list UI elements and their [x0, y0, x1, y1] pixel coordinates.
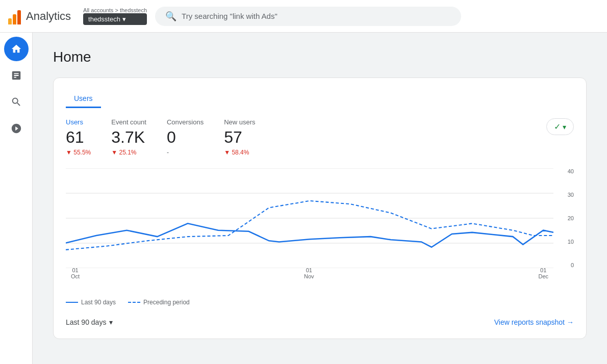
overview-card: Users Users 61 ▼ 55.5% Event count 3.7K …	[53, 77, 587, 339]
view-reports-link[interactable]: View reports snapshot →	[494, 318, 574, 326]
legend-dashed-line	[128, 302, 140, 303]
check-button[interactable]: ✓ ▾	[546, 118, 574, 135]
account-selector-label: thedsstech	[88, 15, 120, 23]
logo-bar-2	[13, 14, 16, 24]
legend-dashed-label: Preceding period	[143, 299, 190, 306]
sidebar	[0, 33, 33, 364]
metric-conversions-change: -	[167, 149, 204, 156]
analytics-logo	[8, 8, 21, 24]
app-title: Analytics	[26, 10, 71, 23]
reports-icon	[10, 69, 22, 82]
logo-bar-3	[17, 10, 21, 24]
legend-solid-label: Last 90 days	[81, 299, 116, 306]
y-label-0: 0	[571, 262, 574, 268]
account-selector[interactable]: thedsstech ▾	[83, 13, 147, 25]
chevron-down-icon: ▾	[122, 15, 126, 23]
chart-container: 40 30 20 10 0	[66, 168, 574, 280]
metric-new-users: New users 57 ▼ 58.4%	[224, 118, 255, 156]
legend-solid: Last 90 days	[66, 299, 116, 306]
x-label-dec: 01 Dec	[538, 267, 548, 279]
home-icon	[10, 43, 22, 55]
metric-event-label: Event count	[111, 118, 146, 126]
x-label-nov: 01 Nov	[304, 267, 314, 279]
x-month-dec: Dec	[538, 273, 548, 279]
metric-conversions-value: 0	[167, 128, 204, 147]
metric-users: Users 61 ▼ 55.5%	[66, 118, 91, 156]
chart-svg	[66, 168, 553, 268]
x-month-nov: Nov	[304, 273, 314, 279]
date-range-label: Last 90 days	[66, 318, 106, 326]
sidebar-item-home[interactable]	[4, 37, 29, 61]
card-tabs: Users	[66, 90, 574, 108]
main-content: Home Users Users 61 ▼ 55.5% Event count …	[33, 33, 607, 364]
metric-new-users-value: 57	[224, 128, 255, 147]
metric-users-value: 61	[66, 128, 91, 147]
breadcrumb: All accounts > thedsstech	[83, 7, 147, 13]
check-dropdown-icon: ▾	[563, 123, 566, 131]
sidebar-item-reports[interactable]	[4, 63, 29, 88]
explore-icon	[10, 96, 22, 108]
chart-legend: Last 90 days Preceding period	[66, 299, 574, 306]
app-header: Analytics All accounts > thedsstech thed…	[0, 0, 607, 33]
metrics-row: Users 61 ▼ 55.5% Event count 3.7K ▼ 25.1…	[66, 118, 574, 156]
y-label-30: 30	[568, 192, 574, 198]
chart-x-labels: 01 Oct 01 Nov 01 Dec	[66, 267, 553, 279]
metric-users-change: ▼ 55.5%	[66, 149, 91, 156]
search-icon: 🔍	[165, 11, 176, 22]
logo-area: Analytics	[8, 8, 71, 24]
dashed-line	[66, 201, 553, 250]
sidebar-item-advertising[interactable]	[4, 116, 29, 141]
sidebar-item-explore[interactable]	[4, 90, 29, 114]
y-label-20: 20	[568, 215, 574, 221]
metric-event-count: Event count 3.7K ▼ 25.1%	[111, 118, 146, 156]
tab-users[interactable]: Users	[66, 90, 101, 108]
solid-line	[66, 223, 553, 247]
legend-solid-line	[66, 302, 78, 303]
y-label-10: 10	[568, 239, 574, 245]
x-month-oct: Oct	[71, 273, 80, 279]
legend-dashed: Preceding period	[128, 299, 190, 306]
metric-users-label: Users	[66, 118, 91, 126]
metric-event-change: ▼ 25.1%	[111, 149, 146, 156]
card-footer: Last 90 days ▾ View reports snapshot →	[66, 318, 574, 326]
date-dropdown-icon: ▾	[109, 318, 113, 326]
advertising-icon	[10, 122, 22, 135]
metric-new-users-label: New users	[224, 118, 255, 126]
chart-y-labels: 40 30 20 10 0	[555, 168, 574, 268]
y-label-40: 40	[568, 168, 574, 174]
checkmark-icon: ✓	[554, 122, 561, 132]
search-placeholder: Try searching "link with Ads"	[182, 12, 277, 20]
date-selector[interactable]: Last 90 days ▾	[66, 318, 113, 326]
metric-new-users-change: ▼ 58.4%	[224, 149, 255, 156]
metric-conversions-label: Conversions	[167, 118, 204, 126]
x-date-oct: 01	[72, 267, 78, 273]
view-reports-label: View reports snapshot	[494, 318, 565, 326]
metric-conversions: Conversions 0 -	[167, 118, 204, 156]
search-bar[interactable]: 🔍 Try searching "link with Ads"	[155, 7, 461, 26]
metric-event-value: 3.7K	[111, 128, 146, 147]
page-title: Home	[53, 49, 587, 65]
account-info: All accounts > thedsstech thedsstech ▾	[83, 7, 147, 25]
arrow-right-icon: →	[567, 318, 574, 326]
x-date-dec: 01	[540, 267, 546, 273]
x-date-nov: 01	[306, 267, 312, 273]
chart-area: 01 Oct 01 Nov 01 Dec	[66, 168, 553, 268]
x-label-oct: 01 Oct	[71, 267, 80, 279]
logo-bar-1	[8, 18, 12, 24]
